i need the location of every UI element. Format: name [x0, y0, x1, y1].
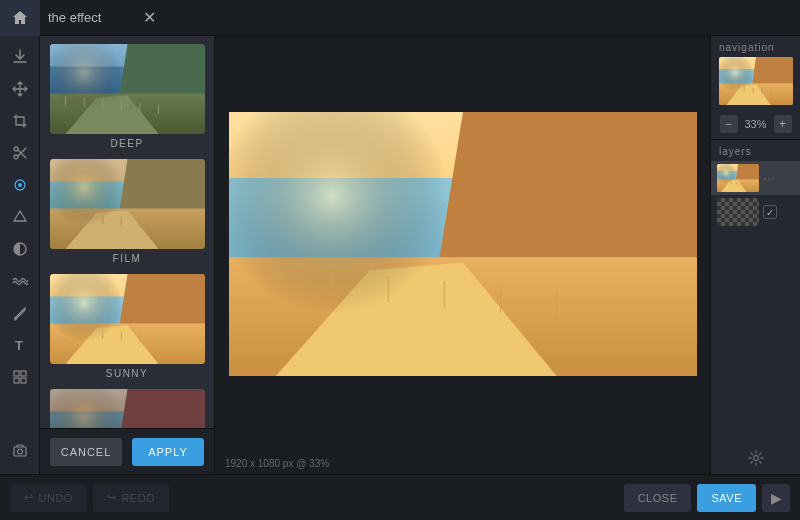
- text-tool-button[interactable]: T: [4, 330, 36, 360]
- svg-rect-10: [21, 378, 26, 383]
- zoom-value: 33%: [742, 118, 770, 130]
- grid-tool-button[interactable]: [4, 362, 36, 392]
- zoom-minus-button[interactable]: −: [720, 115, 738, 133]
- svg-point-1: [14, 147, 18, 151]
- move-tool-button[interactable]: [4, 74, 36, 104]
- svg-point-5: [14, 317, 17, 320]
- left-toolbar: T: [0, 36, 40, 474]
- cancel-button[interactable]: CANCEL: [50, 438, 122, 466]
- layer-1[interactable]: ···: [711, 161, 800, 195]
- effect-sunny-label: SUNNY: [106, 368, 149, 379]
- svg-point-13: [753, 456, 758, 461]
- svg-marker-4: [14, 211, 26, 221]
- effects-list: DEEP FILM SUNNY GRITTY: [40, 36, 214, 428]
- svg-point-12: [17, 449, 22, 454]
- close-panel-button[interactable]: ✕: [131, 0, 167, 36]
- layer-1-thumb: [717, 164, 759, 192]
- svg-rect-11: [14, 447, 26, 456]
- effect-film-label: FILM: [113, 253, 142, 264]
- effect-deep-thumb: [50, 44, 205, 134]
- svg-rect-7: [14, 371, 19, 376]
- effect-gritty-thumb: [50, 389, 205, 428]
- crop-tool-button[interactable]: [4, 106, 36, 136]
- canvas-viewport[interactable]: [215, 36, 710, 452]
- home-button[interactable]: [0, 0, 40, 36]
- effect-deep[interactable]: DEEP: [48, 44, 206, 149]
- canvas-info: 1920 x 1080 px @ 33%: [215, 452, 710, 474]
- effect-film-thumb: [50, 159, 205, 249]
- main-area: T DEEP FILM: [0, 36, 800, 474]
- close-button[interactable]: CLOSE: [624, 484, 692, 512]
- wave-tool-button[interactable]: [4, 266, 36, 296]
- redo-button[interactable]: ↪ REDO: [93, 484, 169, 512]
- undo-button[interactable]: ↩ UNDO: [10, 484, 87, 512]
- navigation-preview[interactable]: [719, 57, 793, 105]
- main-image-canvas: [229, 112, 697, 376]
- tone-tool-button[interactable]: [4, 234, 36, 264]
- right-panel: navigation − 33% + layers ··· ✓: [710, 36, 800, 474]
- layer-2[interactable]: ✓: [711, 195, 800, 229]
- adjust-tool-button[interactable]: [4, 170, 36, 200]
- navigation-label: navigation: [711, 36, 800, 57]
- layer-2-thumb: [717, 198, 759, 226]
- svg-rect-8: [21, 371, 26, 376]
- canvas-area: 1920 x 1080 px @ 33%: [215, 36, 710, 474]
- layers-label: layers: [711, 140, 800, 161]
- svg-point-0: [14, 155, 18, 159]
- svg-text:T: T: [15, 338, 23, 353]
- bottom-toolbar: ↩ UNDO ↪ REDO CLOSE SAVE ▶: [0, 474, 800, 520]
- panel-title: the effect: [48, 10, 101, 25]
- top-bar: the effect ✕: [0, 0, 800, 36]
- settings-button[interactable]: [711, 442, 800, 474]
- filter-tool-button[interactable]: [4, 202, 36, 232]
- cut-tool-button[interactable]: [4, 138, 36, 168]
- zoom-plus-button[interactable]: +: [774, 115, 792, 133]
- svg-point-3: [18, 183, 22, 187]
- effects-panel: DEEP FILM SUNNY GRITTY: [40, 36, 215, 474]
- brush-tool-button[interactable]: [4, 298, 36, 328]
- layer-2-checkbox[interactable]: ✓: [763, 205, 777, 219]
- effect-sunny[interactable]: SUNNY: [48, 274, 206, 379]
- effect-sunny-thumb: [50, 274, 205, 364]
- effect-film[interactable]: FILM: [48, 159, 206, 264]
- photo-tool-button[interactable]: [4, 436, 36, 466]
- apply-button[interactable]: APPLY: [132, 438, 204, 466]
- effect-gritty[interactable]: GRITTY: [48, 389, 206, 428]
- import-tool-button[interactable]: [4, 42, 36, 72]
- effects-footer: CANCEL APPLY: [40, 428, 214, 474]
- save-button[interactable]: SAVE: [697, 484, 756, 512]
- svg-rect-9: [14, 378, 19, 383]
- effect-deep-label: DEEP: [110, 138, 143, 149]
- export-arrow-button[interactable]: ▶: [762, 484, 790, 512]
- zoom-controls: − 33% +: [711, 111, 800, 140]
